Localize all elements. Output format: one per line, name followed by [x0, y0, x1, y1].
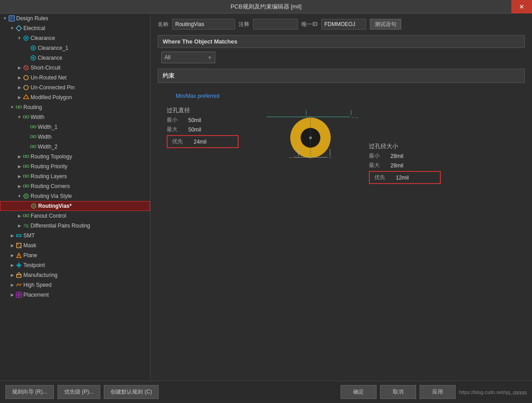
svg-rect-37	[23, 175, 26, 177]
tree-item-placement[interactable]: Placement	[0, 290, 150, 300]
apply-button[interactable]: 应用	[420, 385, 456, 399]
tree-item-plane[interactable]: Plane	[0, 250, 150, 260]
via-diameter-preferred-box: 优先 24mil	[167, 135, 239, 148]
tree-arrow-mask	[9, 242, 15, 249]
tree-arrow-clearance-parent	[16, 35, 22, 41]
via-diameter-min-row: 最小 50mil	[167, 116, 257, 124]
url-label: https://blog.csdn.net/qq_qqqqq	[459, 390, 527, 395]
tree-arrow-width	[16, 114, 22, 120]
tree-item-electrical[interactable]: Electrical	[0, 23, 150, 33]
tree-item-routing-topology[interactable]: Routing Topology	[0, 152, 150, 162]
tree-item-width[interactable]: Width	[0, 112, 150, 122]
comment-label: 注释	[239, 21, 249, 28]
svg-point-45	[31, 204, 36, 208]
tree-item-design-rules[interactable]: Design Rules	[0, 13, 150, 23]
svg-marker-15	[23, 95, 29, 99]
tree-item-un-routed-net[interactable]: Un-Routed Net	[0, 73, 150, 83]
test-button[interactable]: 测试语句	[370, 19, 401, 30]
tree-icon-un-connected-pin	[22, 84, 30, 91]
tree-arrow-routing-corners	[16, 183, 22, 189]
tree-arrow-diff-pairs	[16, 223, 22, 229]
tree-item-routing-via-style[interactable]: Routing Via Style	[0, 191, 150, 201]
tree-item-manufacturing[interactable]: Manufacturing	[0, 270, 150, 280]
tree-icon-width	[22, 114, 30, 121]
hole-size-pref-value: 12mil	[396, 175, 409, 181]
tree-label-un-connected-pin: Un-Connected Pin	[31, 84, 75, 91]
hole-size-min-value: 28mil	[390, 153, 403, 159]
svg-rect-31	[23, 155, 26, 158]
priority-button[interactable]: 优先级 (P)...	[58, 385, 100, 399]
tree-item-routing-priority[interactable]: Routing Priority	[0, 162, 150, 171]
svg-rect-26	[34, 136, 36, 138]
hole-size-max-label: 最大	[369, 162, 387, 169]
rule-wizard-button[interactable]: 规则向导 (R)...	[5, 385, 54, 399]
chevron-down-icon: ▼	[208, 55, 212, 60]
tree-item-clearance-2[interactable]: Clearance	[0, 53, 150, 63]
svg-rect-32	[27, 155, 29, 158]
svg-rect-25	[31, 136, 33, 138]
create-default-button[interactable]: 创建默认规则 (C)	[104, 385, 159, 399]
tree-item-fanout-control[interactable]: Fanout Control	[0, 211, 150, 221]
tree-item-routing-corners[interactable]: Routing Corners	[0, 181, 150, 191]
tree-item-clearance-1[interactable]: Clearance_1	[0, 43, 150, 53]
tree-label-clearance-2: Clearance	[38, 55, 62, 61]
tree-item-mask[interactable]: Mask	[0, 241, 150, 250]
tree-icon-mask	[15, 242, 22, 249]
tree-item-testpoint[interactable]: Testpoint	[0, 260, 150, 270]
tree-item-width-2[interactable]: Width	[0, 132, 150, 142]
name-label: 名称	[158, 21, 168, 28]
tree-icon-routing-vias	[30, 202, 37, 210]
tree-item-routing[interactable]: Routing	[0, 102, 150, 112]
svg-marker-4	[16, 26, 22, 31]
tree-arrow-testpoint	[9, 262, 15, 268]
tree-item-diff-pairs[interactable]: Differential Pairs Routing	[0, 221, 150, 231]
tree-arrow-routing-via-style	[16, 193, 22, 199]
tree-icon-placement	[15, 291, 22, 298]
tree-item-clearance-parent[interactable]: Clearance	[0, 33, 150, 43]
hole-size-pref-label: 优先	[374, 174, 392, 181]
svg-rect-50	[17, 235, 21, 237]
tree-label-plane: Plane	[23, 252, 37, 258]
svg-rect-60	[16, 292, 18, 294]
tree-arrow-routing-vias	[24, 203, 30, 209]
tree-label-routing-corners: Routing Corners	[31, 183, 70, 189]
tree-item-width-1[interactable]: Width_1	[0, 122, 150, 132]
ok-button[interactable]: 确定	[341, 385, 377, 399]
tree-label-modified-polygon: Modified Polygon	[31, 94, 72, 101]
tree-label-un-routed-net: Un-Routed Net	[31, 74, 66, 81]
via-diameter-pref-value: 24mil	[194, 139, 207, 145]
name-input[interactable]	[172, 19, 235, 30]
svg-point-6	[25, 37, 27, 39]
svg-rect-19	[23, 116, 26, 118]
tree-item-modified-polygon[interactable]: Modified Polygon	[0, 92, 150, 102]
tree-item-short-circuit[interactable]: Short-Circuit	[0, 63, 150, 73]
where-dropdown[interactable]: All ▼	[161, 52, 215, 63]
tree-label-clearance-1: Clearance_1	[38, 45, 68, 51]
tree-label-routing-topology: Routing Topology	[31, 153, 72, 160]
close-button[interactable]: ✕	[511, 0, 532, 13]
comment-input[interactable]	[253, 19, 298, 30]
tree-label-width: Width	[31, 114, 44, 120]
svg-rect-28	[31, 145, 33, 148]
tree-item-smt[interactable]: SMT	[0, 231, 150, 241]
tree-item-high-speed[interactable]: High Speed	[0, 280, 150, 290]
tree-arrow-plane	[9, 252, 15, 258]
tree-icon-clearance-parent	[22, 35, 30, 42]
tree-icon-design-rules	[8, 15, 15, 22]
tree-icon-width-1	[30, 123, 37, 131]
hole-size-max-value: 28mil	[390, 162, 403, 169]
tree-item-width-3[interactable]: Width_2	[0, 142, 150, 152]
tree-icon-width-3	[30, 143, 37, 150]
svg-rect-63	[19, 295, 22, 298]
tree-item-routing-layers[interactable]: Routing Layers	[0, 171, 150, 181]
cancel-button[interactable]: 取消	[380, 385, 416, 399]
tree-item-un-connected-pin[interactable]: Un-Connected Pin	[0, 83, 150, 92]
tree-arrow-un-connected-pin	[16, 84, 22, 91]
via-diameter-max-row: 最大 50mil	[167, 126, 257, 133]
tree-item-routing-vias[interactable]: RoutingVias*	[0, 201, 150, 211]
left-panel: Design RulesElectricalClearanceClearance…	[0, 13, 151, 381]
constraint-header: 约束	[158, 69, 525, 83]
tree-icon-routing-priority	[22, 163, 30, 170]
hole-size-preferred-box: 优先 12mil	[369, 171, 441, 184]
uid-input[interactable]	[321, 19, 366, 30]
